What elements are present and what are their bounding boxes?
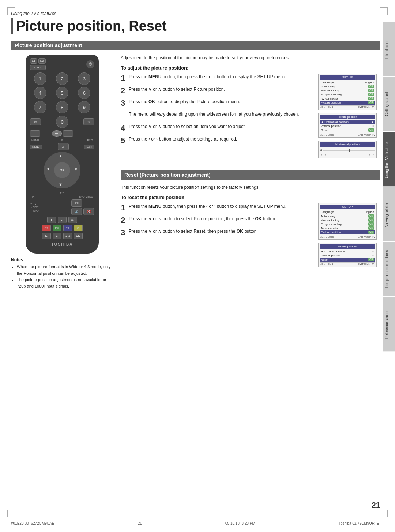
- remote-dvd-labels: TV DVD MENU: [30, 195, 94, 198]
- reset-step-2: 2 Press the ∨ or ∧ button to select Pict…: [121, 216, 314, 225]
- step-2: 2 Press the ∨ or ∧ button to select Pict…: [121, 86, 314, 95]
- remote-vol-down[interactable]: 🔉: [71, 208, 82, 215]
- remote-nav-outer[interactable]: ▲ ▼ ◄ ► OK: [44, 152, 80, 188]
- remote-btn-3[interactable]: 3: [78, 72, 90, 85]
- remote-btn-1[interactable]: 1: [34, 72, 46, 85]
- note-item-2: The picture position adjustment is not a…: [17, 277, 113, 289]
- main-content: Using the TV's features Picture position…: [11, 11, 380, 514]
- hpos-screen: Horizontal position 0 ←← →→: [318, 141, 377, 158]
- reset-step-1: 1 Press the MENU button, then press the …: [121, 203, 314, 213]
- sidebar-tab-getting-started[interactable]: Getting started: [383, 77, 395, 131]
- remote-teletext-btn[interactable]: ⊕: [83, 118, 94, 125]
- remote-colored-btn1[interactable]: E?: [42, 225, 51, 231]
- hpos-bar: 0: [320, 148, 375, 153]
- reset-s1-row-lang: LanguageEnglish: [320, 210, 375, 214]
- remote-call-btn[interactable]: CALL: [30, 65, 46, 70]
- remote-nav-extra2[interactable]: [63, 130, 73, 137]
- step-3-number: 3: [121, 98, 129, 108]
- remote-nav-right[interactable]: ►: [75, 166, 79, 171]
- reset-s2-row-reset: ResetOK: [320, 258, 375, 262]
- remote-audio-btns: I/II 🔉 🔇: [71, 199, 94, 215]
- sidebar-tab-using-features[interactable]: Using the TV's features: [383, 132, 395, 186]
- remote-exit-btn[interactable]: EXIT: [84, 145, 94, 149]
- sidebar-tab-reference[interactable]: Reference section: [383, 297, 395, 351]
- remote-btn-8[interactable]: 8: [56, 101, 68, 113]
- remote-nav-down[interactable]: ▼: [59, 182, 63, 187]
- reset-setup-screen-title: SET UP: [320, 205, 375, 209]
- remote-pup-label: P▲: [61, 139, 65, 142]
- remote-fwd-btn[interactable]: ⏭: [68, 217, 77, 223]
- remote-control: E1 E2 CALL ⏻ 1 2 3 4 5 6 7 8: [26, 55, 99, 254]
- remote-source-labels: → TV → VCR → DVD: [30, 202, 39, 212]
- remote-transport-row3: ▶ ■ ◄◄ ▶▶: [30, 233, 94, 239]
- sidebar-tab-introduction[interactable]: Introduction: [383, 22, 395, 76]
- remote-e2-btn[interactable]: E2: [38, 58, 46, 64]
- remote-numpad: 1 2 3 4 5 6 7 8 9: [30, 72, 94, 113]
- remote-pause-btn[interactable]: ⏸: [47, 217, 56, 223]
- step-1: 1 Press the MENU button, then press the …: [121, 74, 314, 83]
- reset-step-3: 3 Press the ∨ or ∧ button to select Rese…: [121, 228, 314, 237]
- remote-nav-extra1[interactable]: ⋯: [52, 130, 62, 137]
- section-label-line: Using the TV's features: [11, 11, 380, 17]
- remote-power-btn[interactable]: ⏻: [86, 60, 94, 68]
- remote-play-btn[interactable]: ▶: [42, 233, 51, 239]
- reset-step-1-content: Press the MENU button, then press the ‹ …: [129, 203, 314, 213]
- remote-btn-5[interactable]: 5: [56, 87, 68, 99]
- reset-screens-area: SET UP LanguageEnglish Auto tuningOK Man…: [318, 203, 380, 270]
- section-label: Using the TV's features: [11, 11, 56, 16]
- remote-btn-4[interactable]: 4: [34, 87, 46, 99]
- footer-center-page: 21: [138, 521, 142, 525]
- remote-colored-btn2[interactable]: E#: [53, 225, 61, 231]
- remote-misc-row: ⋯: [30, 130, 94, 137]
- screen2-footer: MENU Back EXIT Watch TV: [320, 133, 375, 136]
- reset-step-3-content: Press the ∨ or ∧ button to select Reset,…: [129, 228, 314, 237]
- screen1-row-sorting: Program sortingOK: [320, 93, 375, 97]
- remote-menu-btn[interactable]: MENU: [30, 145, 42, 149]
- remote-nav-left[interactable]: ◄: [46, 166, 50, 171]
- notes-title: Notes:: [11, 257, 113, 262]
- remote-transport-row1: ⏸ ⏮ ⏭: [30, 217, 94, 223]
- remote-ff-btn[interactable]: ▶▶: [74, 233, 83, 239]
- pic-position-screen: Picture position ◄ Horizontal position0 …: [318, 113, 377, 138]
- remote-btn-2[interactable]: 2: [56, 72, 68, 85]
- sidebar-tab-connections[interactable]: Equipment connections: [383, 242, 395, 296]
- remote-guide-btn[interactable]: [30, 130, 40, 137]
- remote-top-row: E1 E2 CALL ⏻: [30, 58, 94, 70]
- remote-e1-btn[interactable]: E1: [30, 58, 37, 64]
- remote-rev-btn[interactable]: ◄◄: [63, 233, 72, 239]
- remote-colored-btn3[interactable]: E4: [63, 225, 72, 231]
- hpos-track: [323, 150, 375, 151]
- remote-subtitle-btn[interactable]: ⊜: [30, 118, 41, 125]
- picture-position-content: E1 E2 CALL ⏻ 1 2 3 4 5 6 7 8: [11, 55, 380, 289]
- remote-exit-label: EXIT: [87, 139, 93, 142]
- remote-up-btn[interactable]: ∧: [58, 143, 69, 150]
- remote-btn-9[interactable]: 9: [78, 101, 90, 113]
- remote-mute[interactable]: 🔇: [83, 208, 94, 215]
- remote-nav-up[interactable]: ▲: [59, 154, 63, 158]
- sidebar-tab-teletext[interactable]: Viewing teletext: [383, 187, 395, 241]
- hpos-arrows: ←← →→: [320, 153, 375, 157]
- step-4-content: Press the ∨ or ∧ button to select an ite…: [129, 123, 314, 133]
- reset-steps-area: 1 Press the MENU button, then press the …: [121, 203, 314, 270]
- reset-subheader: To reset the picture position:: [121, 195, 380, 200]
- remote-btn-7[interactable]: 7: [34, 101, 46, 113]
- remote-rew-btn[interactable]: ⏮: [58, 217, 67, 223]
- steps-area: 1 Press the MENU button, then press the …: [121, 74, 314, 158]
- remote-nav-circle: ▲ ▼ ◄ ► OK: [44, 152, 80, 188]
- screen1-footer: MENU Back EXIT Watch TV: [320, 105, 375, 109]
- reset-s1-row-picpos: Picture positionOK: [320, 230, 375, 234]
- remote-colored-btn4[interactable]: ⊕: [74, 225, 83, 231]
- remote-ok-btn[interactable]: OK: [54, 162, 70, 178]
- hpos-screen-title: Horizontal position: [320, 142, 375, 147]
- screen2-row-hpos: ◄ Horizontal position0 ►: [320, 120, 375, 124]
- screen1-row-picpos: Picture positionOK: [320, 101, 375, 105]
- reset-picpos-screen-title: Picture position: [320, 244, 375, 249]
- remote-btn-6[interactable]: 6: [78, 87, 90, 99]
- remote-audio-btn1[interactable]: I/II: [71, 199, 82, 207]
- adjust-subheader: To adjust the picture position:: [121, 65, 380, 71]
- remote-btn-0[interactable]: 0: [56, 116, 68, 128]
- page-number: 21: [372, 501, 380, 510]
- remote-stop-btn[interactable]: ■: [53, 233, 61, 239]
- picture-position-desc: Adjustment to the position of the pictur…: [121, 55, 380, 61]
- page-title: Picture position, Reset: [11, 18, 380, 34]
